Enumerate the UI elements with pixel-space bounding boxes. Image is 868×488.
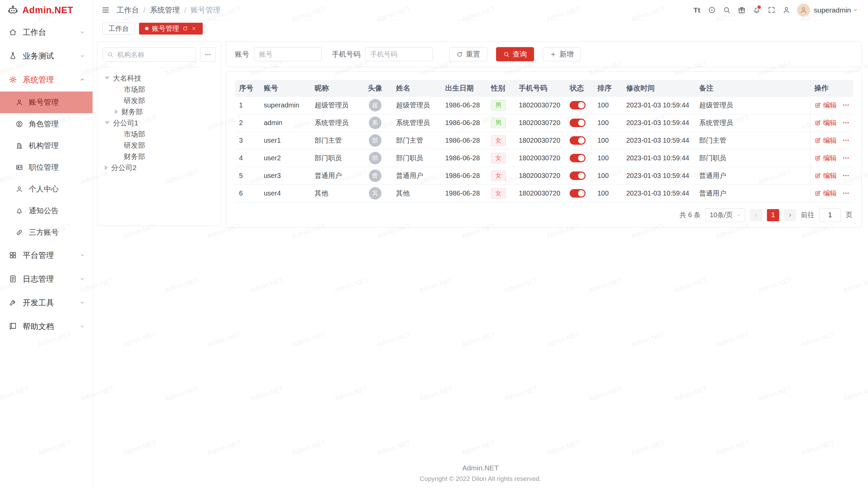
- tree-node[interactable]: 大名科技: [101, 73, 218, 84]
- sidebar-item-personal-center[interactable]: 个人中心: [0, 178, 93, 200]
- gender-badge: 女: [491, 170, 506, 181]
- status-toggle[interactable]: [570, 136, 586, 145]
- goto-page-input[interactable]: [819, 208, 841, 222]
- tree-node[interactable]: 财务部: [101, 151, 218, 162]
- edit-button[interactable]: 编辑: [814, 154, 837, 163]
- sidebar-item-third-party-account[interactable]: 三方账号: [0, 222, 93, 243]
- status-toggle[interactable]: [570, 171, 586, 180]
- breadcrumb-separator: /: [143, 6, 145, 15]
- breadcrumb-item[interactable]: 工作台: [117, 5, 139, 15]
- font-size-icon[interactable]: Tt: [689, 3, 704, 18]
- user-icon: [16, 99, 23, 106]
- phone-cell: 18020030720: [515, 131, 566, 149]
- phone-cell: 18020030720: [515, 114, 566, 131]
- sidebar-item-workbench[interactable]: 工作台: [0, 20, 93, 44]
- edit-button[interactable]: 编辑: [814, 101, 837, 110]
- sidebar-item-business-test[interactable]: 业务测试: [0, 44, 93, 68]
- row-more-button[interactable]: [842, 101, 850, 109]
- row-more-button[interactable]: [842, 137, 850, 144]
- remark-cell: 部门主管: [695, 131, 810, 149]
- order-cell: 100: [593, 96, 622, 114]
- right-column: 账号 手机号码 重置 查询: [226, 41, 862, 228]
- search-icon-button[interactable]: [719, 3, 734, 18]
- circle-dot-icon: [708, 6, 716, 14]
- reset-button[interactable]: 重置: [449, 47, 487, 61]
- edit-button[interactable]: 编辑: [814, 118, 837, 127]
- tab-label: 账号管理: [152, 24, 179, 33]
- status-toggle[interactable]: [570, 119, 586, 127]
- row-more-button[interactable]: [842, 172, 850, 179]
- profile-button[interactable]: [779, 3, 794, 18]
- tree-node[interactable]: 财务部: [101, 106, 218, 117]
- edit-button[interactable]: 编辑: [814, 171, 837, 180]
- sidebar-item-label: 机构管理: [29, 141, 59, 151]
- notification-bell-button[interactable]: [749, 3, 764, 18]
- sidebar-item-account-management[interactable]: 账号管理: [0, 92, 93, 113]
- order-cell: 100: [593, 184, 622, 202]
- tree-node[interactable]: 研发部: [101, 95, 218, 106]
- footer: Admin.NET Copyright © 2022 Dilon All rig…: [93, 458, 868, 488]
- table-column-header: 修改时间: [622, 80, 695, 96]
- tab-refresh-icon[interactable]: [182, 26, 188, 31]
- row-more-button[interactable]: [842, 119, 850, 126]
- tree-node[interactable]: 分公司2: [101, 162, 218, 173]
- sidebar-item-org-management[interactable]: 机构管理: [0, 135, 93, 157]
- tree-node[interactable]: 分公司1: [101, 117, 218, 128]
- next-page-button[interactable]: [784, 209, 796, 221]
- breadcrumb-item-current: 账号管理: [191, 5, 220, 15]
- status-toggle[interactable]: [570, 101, 586, 109]
- ellipsis-icon: [842, 189, 850, 197]
- tree-node[interactable]: 市场部: [101, 128, 218, 140]
- sidebar-item-label: 通知公告: [29, 206, 59, 216]
- ellipsis-icon: [842, 154, 850, 162]
- page-number-button[interactable]: 1: [767, 209, 779, 221]
- tree-more-button[interactable]: [200, 47, 216, 62]
- tab-workbench[interactable]: 工作台: [102, 23, 135, 35]
- sidebar-item-notice[interactable]: 通知公告: [0, 200, 93, 222]
- sidebar-item-platform-management[interactable]: 平台管理: [0, 243, 93, 267]
- row-more-button[interactable]: [842, 154, 850, 162]
- edit-button[interactable]: 编辑: [814, 136, 837, 145]
- nickname-cell: 系统管理员: [311, 114, 358, 131]
- building-icon: [16, 142, 23, 149]
- sidebar-item-log-management[interactable]: 日志管理: [0, 267, 93, 291]
- org-search-input[interactable]: [103, 47, 196, 62]
- add-label: 新增: [559, 49, 574, 59]
- account-input[interactable]: [254, 47, 322, 61]
- breadcrumb-item[interactable]: 系统管理: [150, 5, 180, 15]
- tree-node[interactable]: 研发部: [101, 140, 218, 151]
- tabbar: 工作台 账号管理: [93, 20, 868, 37]
- remark-cell: 超级管理员: [695, 96, 810, 114]
- sidebar-item-label: 日志管理: [23, 274, 54, 284]
- sidebar-item-help-docs[interactable]: 帮助文档: [0, 314, 93, 338]
- row-more-button[interactable]: [842, 189, 850, 197]
- edit-button[interactable]: 编辑: [814, 189, 837, 198]
- sidebar-item-dev-tools[interactable]: 开发工具: [0, 291, 93, 314]
- gender-cell: 女: [487, 167, 515, 184]
- phone-cell: 18020030720: [515, 149, 566, 167]
- sidebar-item-position-management[interactable]: 职位管理: [0, 157, 93, 178]
- table-column-header: 头像: [358, 80, 392, 96]
- username[interactable]: superadmin: [814, 6, 851, 14]
- tab-label: 工作台: [108, 24, 129, 33]
- prev-page-button[interactable]: [750, 209, 762, 221]
- status-toggle[interactable]: [570, 189, 586, 198]
- sidebar-item-system-management[interactable]: 系统管理: [0, 68, 93, 92]
- status-toggle[interactable]: [570, 154, 586, 162]
- collapse-menu-icon[interactable]: [101, 6, 110, 14]
- pagination-total: 共 6 条: [679, 210, 701, 220]
- user-menu-caret-icon[interactable]: [853, 7, 858, 13]
- tab-close-icon[interactable]: [191, 26, 197, 31]
- tree-node-label: 研发部: [124, 96, 145, 105]
- phone-input[interactable]: [365, 47, 433, 61]
- theme-icon[interactable]: [704, 3, 719, 18]
- sidebar-item-role-management[interactable]: 角色管理: [0, 113, 93, 135]
- add-button[interactable]: 新增: [543, 47, 581, 61]
- gift-icon-button[interactable]: [734, 3, 749, 18]
- tree-node[interactable]: 市场部: [101, 84, 218, 95]
- fullscreen-button[interactable]: [764, 3, 779, 18]
- tab-account-management[interactable]: 账号管理: [139, 23, 203, 35]
- user-avatar[interactable]: [797, 4, 810, 17]
- page-size-select[interactable]: 10条/页: [705, 208, 745, 222]
- search-button[interactable]: 查询: [496, 47, 534, 61]
